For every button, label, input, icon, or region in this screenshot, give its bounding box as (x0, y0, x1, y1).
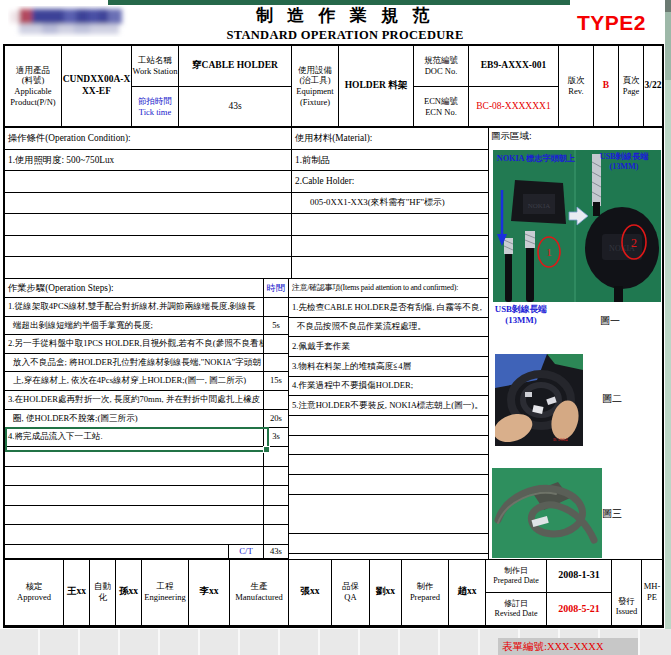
cell-qa-label[interactable]: 品保 QA (332, 559, 370, 626)
cell-time-header[interactable]: 時間 (264, 279, 289, 298)
cell-automation-label[interactable]: 自動 化 (90, 559, 116, 626)
cell-ct-label[interactable]: C/T (229, 545, 264, 559)
nokia-emboss-text: NOKIA (528, 202, 551, 210)
cell-ecn-value[interactable]: BC-08-XXXXXX1 (469, 87, 559, 128)
cell-material-item3[interactable]: 005-0XX1-XX3(來料需有"HF"標示) (292, 193, 489, 214)
cell-material-item2[interactable]: 2.Cable Holder: (292, 171, 489, 193)
svg-text:B 1004: B 1004 (553, 437, 568, 442)
cell-step-text[interactable]: 圈, 使HOLDER不脫落;(圖三所示) (5, 410, 264, 428)
cell-page-label[interactable]: 頁次 Page (619, 46, 644, 128)
cell-condition-empty[interactable] (5, 193, 292, 214)
cell-rev-label[interactable]: 版次 Rev. (559, 46, 594, 128)
cell-revised-date-label[interactable]: 修訂日 Revised Date (486, 593, 547, 626)
cell-step-text[interactable]: 端超出剝線短端約半個手掌寬的長度; (5, 317, 264, 335)
sop-document-page: 制 造 作 業 規 范 STANDARD OPERATION PROCEDURE… (0, 0, 671, 655)
cell-attention-item[interactable]: 1.先檢查CABLE HOLDER是否有刮傷, 白霧等不良, (289, 298, 489, 318)
cell-prepared-date-value[interactable]: 2008-1-31 (547, 559, 612, 593)
cell-workstation-label[interactable]: 工站名稱 Work Station (132, 46, 179, 87)
cell-step-time[interactable]: 5s (264, 317, 289, 335)
cell-qa-sign[interactable]: 劉xx (370, 559, 402, 626)
cell-rev-value[interactable]: B (594, 46, 619, 128)
cell-product-value[interactable]: CUNDXX00A-XXX-EF (62, 46, 132, 128)
cell-condition-item1[interactable]: 1.使用照明度: 500~750Lux (5, 150, 292, 171)
cell-page-value[interactable]: 3/22 (644, 46, 662, 128)
cell-step-text[interactable]: 1.從線架取4PCS線材,雙手配合對折線材,并調節兩線端長度,剝線長 (5, 298, 264, 317)
cell-attention-item[interactable]: 不良品按照不良品作業流程處理。 (289, 318, 489, 337)
cell-engineering-label[interactable]: 工程 Engineering (142, 559, 189, 626)
cell-step-time[interactable] (264, 391, 289, 410)
cell-step-text[interactable]: 3.在HOLDER處再對折一次, 長度約70mm, 并在對折中間處扎上橡皮 (5, 391, 264, 410)
figure1-annotation-left: NOKIA 標志字頭朝上 (492, 154, 580, 164)
cell-step-time[interactable]: 15s (264, 372, 289, 391)
cell-attention-item[interactable]: 2.佩戴手套作業 (289, 337, 489, 357)
cell-attention-item[interactable]: 4.作業過程中不要損傷HOLDER; (289, 377, 489, 396)
cell-approved-sign[interactable]: 王xx (64, 559, 90, 626)
cell-step-text[interactable]: 上,穿在線材上, 依次在4Pcs線材穿上HOLDER;(圖一, 圖二所示) (5, 372, 264, 391)
cell-step-time[interactable] (264, 298, 289, 317)
form-number-band: 表單編號:XXX-XXXX (498, 638, 638, 655)
cell-material-title[interactable]: 使用材料(Material): (292, 128, 489, 150)
cell-ticktime-value[interactable]: 43s (179, 87, 292, 128)
figure3-caption: 圖三 (602, 507, 622, 521)
cell-ct-value[interactable]: 43s (264, 545, 289, 559)
cell-manufactured-label[interactable]: 生產 Manufactured (230, 559, 289, 626)
cell-product-label[interactable]: 適用產品 (料號) Applicable Product(P/N) (5, 46, 62, 128)
logo-blur-graphic (8, 6, 138, 38)
cell-material-empty[interactable] (292, 236, 489, 257)
figure1-annotation-right: USB剝線長端 (13MM) (587, 152, 661, 172)
cell-automation-sign[interactable]: 孫xx (116, 559, 142, 626)
type-badge: TYPE2 (577, 11, 646, 35)
cell-approved-label[interactable]: 核定 Approved (5, 559, 64, 626)
figure1-annotation-bottom: USB剝線長端 (13MM) (490, 304, 552, 325)
cell-docno-value[interactable]: EB9-AXXX-001 (469, 46, 559, 87)
cell-ticktime-label[interactable]: 節拍時間 Tick time (132, 87, 179, 128)
cell-step-time[interactable] (264, 335, 289, 354)
cell-condition-empty[interactable] (5, 171, 292, 193)
cell-step-text[interactable]: 4.將完成品流入下一工站. (5, 428, 264, 447)
cell-step-time[interactable] (264, 354, 289, 372)
cell-ecn-label[interactable]: ECN編號 ECN No. (414, 87, 469, 128)
diagram-area: 圖示區域: NOKIA 1 (489, 128, 662, 559)
cell-condition-empty[interactable] (5, 214, 292, 236)
cell-prepared-sign[interactable]: 趙xx (449, 559, 486, 626)
cell-revised-date-value[interactable]: 2008-5-21 (547, 593, 612, 626)
sheet-right-edge (665, 0, 671, 655)
cell-attention-item[interactable]: 5.注意HOLDER不要裝反, NOKIA標志朝上(圖一)。 (289, 396, 489, 416)
figure1-photo: NOKIA 1 NOKIA 2 (493, 150, 661, 302)
cell-attention-item[interactable]: 3.物料在料架上的堆積高度≦4層 (289, 357, 489, 377)
cell-material-empty[interactable] (292, 257, 489, 279)
cell-equipment-value[interactable]: HOLDER 料架 (339, 46, 414, 128)
attention-empty-rows[interactable] (289, 416, 489, 559)
cell-step-time[interactable]: 20s (264, 410, 289, 428)
cell-docno-label[interactable]: 規范編號 DOC No. (414, 46, 469, 87)
cell-step-text[interactable]: 2.另一手從料盤中取1PCS HOLDER,目視外觀,若有不良(參照不良看板) (5, 335, 264, 354)
figure2-caption: 圖二 (602, 392, 622, 406)
time-empty-rows[interactable] (264, 447, 289, 545)
cell-condition-empty[interactable] (5, 236, 292, 257)
steps-empty-rows[interactable] (5, 447, 264, 545)
cell-step-text[interactable]: 放入不良品盒; 將HOLDER孔位對准線材剝線長端,"NOKIA"字頭朝 (5, 354, 264, 372)
figure2-photo: B 1004 (495, 354, 583, 446)
cell-manufactured-sign[interactable]: 張xx (289, 559, 332, 626)
cell-issued-value[interactable]: MH-PE (642, 559, 662, 626)
cell-attention-title[interactable]: 注意/確認事項(Items paid attention to and conf… (289, 279, 489, 298)
cell-ct-spacer[interactable] (5, 545, 229, 559)
figure1-circle1: 1 (546, 246, 552, 258)
cell-workstation-value[interactable]: 穿CABLE HOLDER (179, 46, 292, 87)
document-title-cn: 制 造 作 業 規 范 (175, 4, 515, 27)
cell-equipment-label[interactable]: 使用設備 (治工具) Equipment (Fixture) (292, 46, 339, 128)
cell-condition-title[interactable]: 操作條件(Operation Condition): (5, 128, 292, 150)
sop-table: 適用產品 (料號) Applicable Product(P/N) CUNDXX… (3, 44, 664, 628)
cell-steps-title[interactable]: 作業步驟(Operation Steps): (5, 279, 264, 298)
cell-engineering-sign[interactable]: 李xx (189, 559, 230, 626)
document-title-block: 制 造 作 業 規 范 STANDARD OPERATION PROCEDURE (175, 4, 515, 43)
figure3-photo (492, 468, 602, 558)
cell-material-item1[interactable]: 1.前制品 (292, 150, 489, 171)
cell-condition-empty[interactable] (5, 257, 292, 279)
cell-step-time[interactable]: 3s (264, 428, 289, 447)
cell-prepared-label[interactable]: 制作 Prepared (402, 559, 449, 626)
cell-prepared-date-label[interactable]: 制作日 Prepared Date (486, 559, 547, 593)
document-title-en: STANDARD OPERATION PROCEDURE (175, 28, 515, 43)
cell-material-empty[interactable] (292, 214, 489, 236)
cell-issued-label[interactable]: 發行 Issued (612, 559, 642, 626)
